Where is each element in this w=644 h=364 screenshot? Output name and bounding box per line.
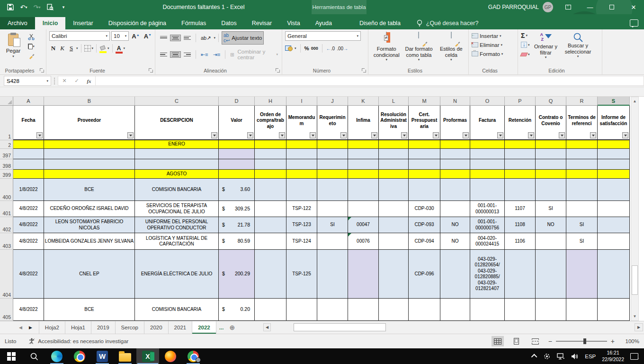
align-middle-icon[interactable]	[170, 35, 181, 42]
cell-S397[interactable]	[598, 149, 630, 159]
cell-J2[interactable]	[317, 140, 348, 149]
zoom-in-icon[interactable]: +	[611, 337, 615, 345]
cell-O402[interactable]: 001-001-000000756	[470, 217, 505, 233]
font-color-icon[interactable]: A	[116, 45, 123, 52]
cell-J401[interactable]	[317, 201, 348, 217]
cell-M403[interactable]: CDP-094	[409, 233, 440, 250]
cell-R404[interactable]	[566, 250, 598, 299]
filter-button[interactable]	[310, 132, 316, 138]
cast-icon[interactable]	[543, 353, 551, 360]
column-header-D[interactable]: D	[219, 97, 255, 106]
align-bottom-icon[interactable]	[182, 35, 193, 42]
tell-me-box[interactable]: ¿Qué desea hacer?	[417, 17, 479, 29]
cell-P397[interactable]	[505, 149, 536, 159]
cell-L2[interactable]	[379, 140, 409, 149]
cell-J404[interactable]	[317, 250, 348, 299]
cell-B400[interactable]: BCE	[44, 179, 135, 201]
increase-indent-icon[interactable]: ⇥≡	[211, 50, 222, 59]
cell-K401[interactable]	[348, 201, 379, 217]
row-number-398[interactable]: 398	[0, 159, 13, 170]
cell-J402[interactable]: SI	[317, 217, 348, 233]
filter-button[interactable]	[36, 132, 43, 138]
increase-decimal-icon[interactable]: ←.0	[326, 46, 335, 51]
cell-O400[interactable]	[470, 179, 505, 201]
cell-A2[interactable]	[13, 140, 44, 149]
italic-button[interactable]: K	[58, 45, 66, 52]
cell-K402[interactable]: 00047	[348, 217, 379, 233]
tab-formulas[interactable]: Fórmulas	[174, 17, 214, 29]
language-indicator[interactable]: ESP	[585, 354, 596, 359]
cell-P399[interactable]	[505, 170, 536, 179]
cut-icon[interactable]	[27, 33, 36, 41]
tab-diseno-de-tabla[interactable]: Diseño de tabla	[352, 17, 408, 29]
cell-I404[interactable]: TSP-125	[286, 250, 317, 299]
cell-M397[interactable]	[409, 149, 440, 159]
cell-O404[interactable]: 043-029-012820654/ 043-029-012820885/ 04…	[470, 250, 505, 299]
sheet-tab-2021[interactable]: 2021	[169, 321, 193, 334]
decrease-decimal-icon[interactable]: .00→	[337, 46, 348, 51]
cell-O403[interactable]: 004-020-000024415	[470, 233, 505, 250]
cell-C400[interactable]: COMISION BANCARIA	[135, 179, 219, 201]
column-header-I[interactable]: I	[286, 97, 317, 106]
merge-center-button[interactable]: ⊞ Combinar y centrar ▾	[228, 47, 280, 62]
column-header-S[interactable]: S	[598, 97, 630, 106]
cell-R399[interactable]	[566, 170, 598, 179]
decrease-indent-icon[interactable]: ⇤≡	[199, 50, 210, 59]
cell-P404[interactable]	[505, 250, 536, 299]
column-header-J[interactable]: J	[317, 97, 348, 106]
cell-S398[interactable]	[598, 159, 630, 170]
name-box[interactable]: S428▾	[4, 76, 51, 86]
cell-P398[interactable]	[505, 159, 536, 170]
cell-H2[interactable]	[255, 140, 286, 149]
zoom-level[interactable]: 100%	[621, 338, 639, 344]
header-cell-I[interactable]: Memorandum	[286, 106, 317, 140]
customize-qat-icon[interactable]: ▾	[58, 2, 69, 12]
cell-N401[interactable]	[440, 201, 470, 217]
column-header-P[interactable]: P	[505, 97, 536, 106]
filter-button[interactable]	[528, 132, 534, 138]
row-number-401[interactable]: 401	[0, 201, 13, 217]
filter-button[interactable]	[622, 132, 628, 138]
network-icon[interactable]	[557, 353, 565, 360]
cell-J405[interactable]	[317, 299, 348, 321]
cell-I405[interactable]	[286, 299, 317, 321]
cell-D404[interactable]: $200.29	[219, 250, 255, 299]
cell-L405[interactable]	[379, 299, 409, 321]
cell-S405[interactable]	[598, 299, 630, 321]
page-layout-view-icon[interactable]	[510, 336, 523, 346]
cell-B403[interactable]: LOMBEIDA GONZALES JENNY SILVANA	[44, 233, 135, 250]
column-header-R[interactable]: R	[566, 97, 598, 106]
cell-P401[interactable]: 1107	[505, 201, 536, 217]
search-icon[interactable]	[23, 348, 45, 364]
vertical-scrollbar[interactable]: ▲ ▼	[631, 97, 639, 321]
header-cell-L[interactable]: Resolución Administrativa	[379, 106, 409, 140]
column-header-Q[interactable]: Q	[536, 97, 566, 106]
cancel-entry-icon[interactable]: ✕	[58, 78, 71, 84]
percent-icon[interactable]: %	[304, 46, 309, 51]
formula-input[interactable]	[96, 76, 644, 86]
cell-M405[interactable]	[409, 299, 440, 321]
cell-D402[interactable]: $21.78	[219, 217, 255, 233]
conditional-formatting-button[interactable]: Formato condicional▾	[371, 32, 402, 62]
cell-J399[interactable]	[317, 170, 348, 179]
scroll-up-icon[interactable]: ▲	[631, 97, 638, 105]
cell-K397[interactable]	[348, 149, 379, 159]
cell-A405[interactable]: 4/8/2022	[13, 299, 44, 321]
cell-P402[interactable]: 1108	[505, 217, 536, 233]
sheet-tab-2019[interactable]: 2019	[91, 321, 116, 334]
row-number-404[interactable]: 404	[0, 250, 13, 299]
filter-button[interactable]	[433, 132, 439, 138]
header-cell-D[interactable]: Valor	[219, 106, 255, 140]
filter-button[interactable]	[497, 132, 503, 138]
header-cell-R[interactable]: Terminos de referenci	[566, 106, 598, 140]
header-cell-M[interactable]: Cert. Presupuestaria	[409, 106, 440, 140]
filter-button[interactable]	[127, 132, 134, 138]
cell-B399[interactable]	[44, 170, 135, 179]
cell-O2[interactable]	[470, 140, 505, 149]
cell-L401[interactable]	[379, 201, 409, 217]
cell-K404[interactable]	[348, 250, 379, 299]
cell-P405[interactable]	[505, 299, 536, 321]
insert-function-icon[interactable]: fx	[83, 78, 95, 84]
cell-S401[interactable]	[598, 201, 630, 217]
cell-Q2[interactable]	[536, 140, 566, 149]
